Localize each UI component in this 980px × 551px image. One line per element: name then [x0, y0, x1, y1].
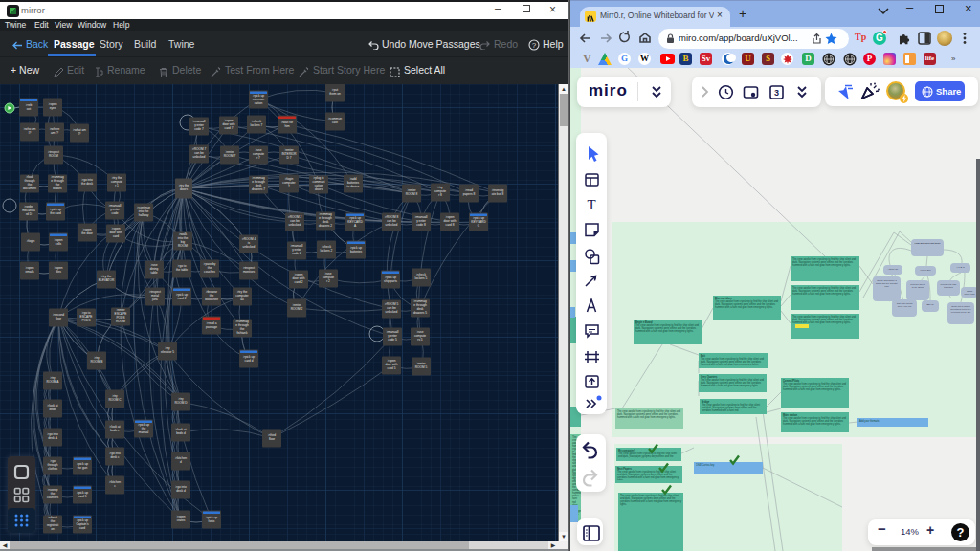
svg-text:>investigate bot 8: >investigate bot 8	[492, 188, 504, 196]
svg-text:?: ?	[532, 41, 537, 50]
svg-text:>rummage throughthefishtank: >rummage throughthefishtank	[235, 320, 249, 334]
svg-text:>wheream I?: >wheream I?	[50, 127, 60, 135]
svg-text:>rummage throughdeskdrawers 2: >rummage throughdeskdrawers 2	[319, 212, 332, 227]
svg-text:>checklockers 7: >checklockers 7	[251, 120, 263, 127]
svg-text:>rummage throughdeskdrawers 5: >rummage throughdeskdrawers 5	[413, 299, 427, 314]
svg-text:>go tothe table: >go tothe table	[176, 264, 188, 272]
svg-text:>pick upship parts: >pick upship parts	[384, 276, 397, 283]
svg-text:>rummage throughdeskdrawers 7: >rummage throughdeskdrawers 7	[252, 176, 265, 190]
svg-text:>look atbeds c: >look atbeds c	[109, 425, 120, 432]
svg-text:>login: >login	[27, 239, 35, 243]
svg-text:T: T	[587, 197, 595, 212]
svg-text:>go intodesk c: >go intodesk c	[109, 452, 121, 459]
svg-text:>usediningtable: >usediningtable	[150, 263, 159, 275]
svg-text:>enterESCAPEPODSROOM: >enterESCAPEPODSROOM	[115, 308, 127, 322]
svg-text:>inspectROOM: >inspectROOM	[48, 150, 59, 158]
svg-text:>checklockers 5: >checklockers 5	[415, 273, 428, 280]
svg-text:>pick upcard 5: >pick upcard 5	[77, 491, 88, 498]
svg-text:>thirdfloor: >thirdfloor	[268, 433, 276, 441]
svg-text:>pick upthe card: >pick upthe card	[50, 208, 61, 215]
svg-text:>openemails: >openemails	[25, 266, 34, 274]
svg-text:>pick upcard 2: >pick upcard 2	[176, 293, 188, 300]
svg-text:>pick upcard d: >pick upcard d	[243, 355, 255, 363]
svg-text:>try thedoors: >try thedoors	[179, 184, 189, 191]
svg-text:>openeyes: >openeyes	[49, 102, 57, 110]
svg-text:>continueinto thehallway: >continueinto thehallway	[137, 206, 150, 217]
svg-text:>look atbeds d: >look atbeds d	[175, 428, 186, 435]
svg-text:>pick upthe gun: >pick upthe gun	[77, 462, 88, 470]
svg-text:>go intodesk A: >go intodesk A	[47, 432, 58, 440]
svg-text:>walkinto thebigROOM: >walkinto thebigROOM	[178, 232, 189, 247]
svg-text:>inspectmonitors: >inspectmonitors	[243, 266, 256, 274]
svg-text:>go intodesk d: >go intodesk d	[175, 485, 187, 493]
svg-text:>pick upbatteries: >pick upbatteries	[350, 246, 363, 253]
svg-text:3: 3	[774, 88, 779, 98]
svg-text:>go intothe desk: >go intothe desk	[81, 178, 93, 186]
svg-text:>opencrates: >opencrates	[177, 515, 186, 522]
svg-text:>read apassage: >read apassage	[206, 321, 217, 329]
svg-text:>checklockers 2: >checklockers 2	[321, 245, 333, 253]
